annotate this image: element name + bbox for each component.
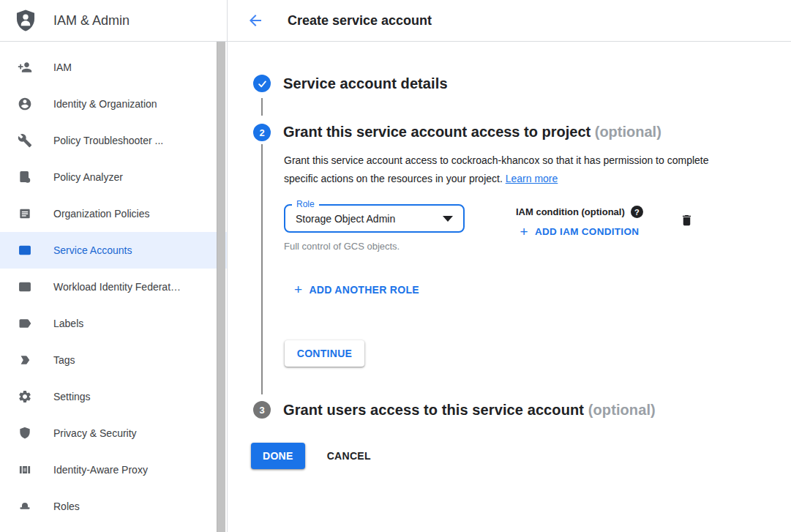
add-another-role-label: ADD ANOTHER ROLE: [309, 284, 419, 296]
sidebar-item-label: Settings: [53, 391, 91, 402]
sidebar-item-label: Identity & Organization: [53, 98, 157, 110]
sidebar: IAM & Admin IAM Identity & Organization …: [0, 0, 228, 532]
step-2-title-text: Grant this service account access to pro…: [283, 124, 591, 140]
plus-icon: +: [294, 282, 302, 296]
tag-arrow-icon: [18, 353, 32, 367]
chevron-down-icon: [443, 216, 453, 222]
person-add-icon: [18, 60, 32, 75]
sidebar-item-policy-analyzer[interactable]: Policy Analyzer: [0, 159, 227, 195]
continue-button[interactable]: CONTINUE: [285, 340, 364, 367]
sidebar-item-service-accounts[interactable]: Service Accounts: [0, 232, 227, 269]
proxy-frame-icon: [18, 462, 32, 477]
add-iam-condition-label: ADD IAM CONDITION: [535, 226, 639, 237]
wrench-icon: [18, 133, 32, 148]
delete-role-button[interactable]: [680, 213, 694, 230]
sidebar-item-iam[interactable]: IAM: [0, 49, 227, 86]
arrow-back-icon: [247, 12, 264, 29]
shield-half-icon: [18, 426, 32, 441]
sidebar-item-label: Identity-Aware Proxy: [53, 464, 148, 476]
step-3-title: Grant users access to this service accou…: [283, 402, 656, 419]
add-iam-condition-button[interactable]: + ADD IAM CONDITION: [520, 225, 640, 239]
step-1-title: Service account details: [283, 75, 448, 92]
form-actions: DONE CANCEL: [251, 443, 791, 469]
step-1-header[interactable]: Service account details: [253, 75, 791, 92]
iam-condition-label: IAM condition (optional): [516, 206, 625, 217]
service-account-key-icon: [18, 243, 32, 258]
sidebar-item-label: Tags: [53, 354, 75, 366]
step-2-number-badge: 2: [253, 124, 271, 141]
sidebar-item-label: Labels: [53, 318, 83, 329]
trash-icon: [680, 219, 694, 230]
account-circle-icon: [18, 97, 32, 111]
sidebar-item-label: Roles: [53, 501, 80, 512]
sidebar-item-label: Policy Analyzer: [53, 171, 123, 183]
role-row: Role Storage Object Admin Full control o…: [284, 204, 791, 252]
gear-icon: [18, 389, 32, 404]
document-lines-icon: [18, 206, 32, 221]
sidebar-nav: IAM Identity & Organization Policy Troub…: [0, 42, 227, 525]
stepper-content: Service account details 2 Grant this ser…: [228, 42, 791, 469]
label-tag-icon: [18, 316, 32, 331]
sidebar-item-label: Policy Troubleshooter ...: [53, 135, 163, 146]
sidebar-item-labels[interactable]: Labels: [0, 305, 227, 342]
check-circle-icon: [253, 75, 271, 92]
sidebar-item-settings[interactable]: Settings: [0, 378, 227, 415]
cancel-button[interactable]: CANCEL: [327, 450, 371, 462]
sidebar-header: IAM & Admin: [0, 0, 227, 42]
step-2-optional-label: (optional): [595, 124, 661, 140]
step-3-title-text: Grant users access to this service accou…: [283, 402, 584, 418]
role-select-value: Storage Object Admin: [296, 213, 395, 225]
help-icon[interactable]: ?: [631, 206, 643, 218]
sidebar-item-label: IAM: [53, 61, 72, 73]
sidebar-item-organization-policies[interactable]: Organization Policies: [0, 195, 227, 232]
step-2-body: Grant this service account access to coc…: [261, 144, 791, 394]
role-column: Role Storage Object Admin Full control o…: [284, 204, 465, 252]
page-title: Create service account: [288, 13, 432, 29]
app-window: IAM & Admin IAM Identity & Organization …: [0, 0, 791, 532]
step-3-optional-label: (optional): [588, 402, 656, 418]
sidebar-item-roles[interactable]: Roles: [0, 488, 227, 525]
plus-icon: +: [520, 225, 528, 239]
sidebar-item-identity-organization[interactable]: Identity & Organization: [0, 86, 227, 122]
role-helper-text: Full control of GCS objects.: [284, 241, 465, 252]
sidebar-item-tags[interactable]: Tags: [0, 342, 227, 378]
iam-condition-column: IAM condition (optional) ? + ADD IAM CON…: [516, 206, 643, 239]
step-2-header[interactable]: 2 Grant this service account access to p…: [253, 120, 791, 144]
step-2-description: Grant this service account access to coc…: [284, 151, 719, 188]
iam-condition-label-row: IAM condition (optional) ?: [516, 206, 643, 218]
add-another-role-button[interactable]: + ADD ANOTHER ROLE: [294, 282, 419, 296]
done-button[interactable]: DONE: [251, 443, 305, 469]
sidebar-scrollbar[interactable]: [217, 42, 225, 532]
sidebar-item-label: Service Accounts: [53, 244, 132, 256]
back-button[interactable]: [247, 12, 264, 29]
sidebar-item-identity-aware-proxy[interactable]: Identity-Aware Proxy: [0, 452, 227, 488]
role-select[interactable]: Role Storage Object Admin: [284, 204, 465, 233]
step-connector: [261, 98, 263, 116]
step-3-header[interactable]: 3 Grant users access to this service acc…: [253, 401, 791, 419]
sidebar-item-privacy-security[interactable]: Privacy & Security: [0, 415, 227, 452]
role-select-label: Role: [292, 199, 319, 209]
sidebar-item-label: Privacy & Security: [53, 427, 137, 439]
hat-icon: [18, 499, 32, 514]
step-3-number-badge: 3: [253, 401, 271, 419]
main-panel: Create service account Service account d…: [228, 0, 791, 532]
sidebar-item-label: Workload Identity Federat…: [53, 281, 181, 293]
app-title: IAM & Admin: [53, 13, 130, 29]
step-2-title: Grant this service account access to pro…: [283, 120, 661, 144]
sidebar-item-workload-identity-federation[interactable]: Workload Identity Federat…: [0, 269, 227, 305]
sidebar-item-policy-troubleshooter[interactable]: Policy Troubleshooter ...: [0, 122, 227, 159]
step-2-description-text: Grant this service account access to coc…: [284, 154, 709, 184]
learn-more-link[interactable]: Learn more: [506, 173, 558, 184]
sidebar-item-label: Organization Policies: [53, 208, 150, 220]
policy-analyzer-icon: [18, 170, 32, 184]
badge-card-icon: [18, 280, 32, 294]
iam-shield-person-icon: [13, 7, 38, 34]
page-header: Create service account: [228, 0, 791, 42]
